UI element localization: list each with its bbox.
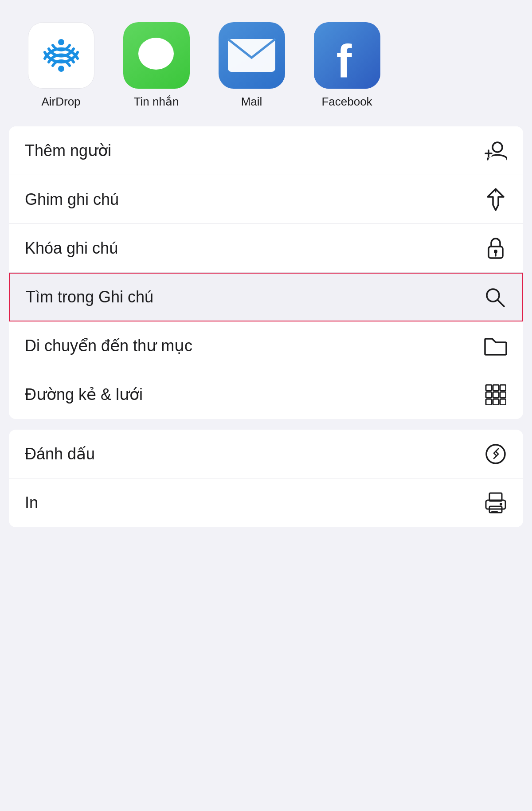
svg-point-2	[138, 38, 174, 70]
svg-line-16	[497, 300, 504, 306]
menu-item-khoa-ghi-chu[interactable]: Khóa ghi chú	[9, 224, 523, 273]
mail-icon-wrapper	[219, 22, 285, 89]
search-icon	[483, 286, 506, 309]
app-item-facebook[interactable]: f Facebook	[299, 22, 395, 109]
di-chuyen-label: Di chuyển đến thư mục	[25, 337, 192, 355]
menu-item-ghim-ghi-chu[interactable]: Ghim ghi chú	[9, 175, 523, 224]
app-icons-row: AirDrop Tin nhắn Mail	[0, 13, 532, 126]
messages-label: Tin nhắn	[134, 95, 179, 109]
grid-icon	[484, 383, 507, 406]
app-item-mail[interactable]: Mail	[204, 22, 299, 109]
svg-text:f: f	[336, 35, 352, 87]
svg-point-1	[58, 39, 64, 45]
messages-icon-wrapper	[123, 22, 190, 89]
svg-rect-21	[493, 392, 499, 398]
in-label: In	[25, 494, 38, 512]
facebook-icon-wrapper: f	[314, 22, 380, 89]
menu-item-danh-dau[interactable]: Đánh dấu	[9, 430, 523, 478]
svg-point-34	[500, 503, 502, 505]
airdrop-icon-wrapper	[28, 22, 94, 89]
svg-line-27	[494, 456, 497, 458]
svg-rect-23	[486, 399, 492, 405]
menu-item-them-nguoi[interactable]: Thêm người	[9, 126, 523, 175]
svg-point-26	[486, 445, 505, 463]
tim-trong-ghi-chu-label: Tìm trong Ghi chú	[26, 288, 153, 306]
danh-dau-label: Đánh dấu	[25, 445, 95, 463]
svg-rect-24	[493, 399, 499, 405]
add-person-icon	[484, 139, 507, 162]
airdrop-label: AirDrop	[41, 95, 80, 109]
menu-item-tim-trong-ghi-chu[interactable]: Tìm trong Ghi chú	[9, 273, 523, 321]
airdrop-icon	[37, 31, 86, 80]
facebook-label: Facebook	[321, 95, 372, 109]
print-icon	[484, 491, 507, 514]
app-item-airdrop[interactable]: AirDrop	[13, 22, 109, 109]
menu-item-duong-ke-luoi[interactable]: Đường kẻ & lưới	[9, 370, 523, 419]
ghim-ghi-chu-label: Ghim ghi chú	[25, 190, 119, 209]
share-sheet: AirDrop Tin nhắn Mail	[0, 0, 532, 811]
markup-icon	[484, 443, 507, 466]
svg-point-0	[58, 66, 64, 72]
svg-rect-18	[493, 385, 499, 391]
svg-rect-22	[500, 392, 506, 398]
mail-icon	[226, 37, 277, 74]
folder-icon	[484, 334, 507, 357]
svg-line-28	[496, 449, 498, 451]
menu-item-di-chuyen-den-thu-muc[interactable]: Di chuyển đến thư mục	[9, 321, 523, 370]
svg-point-7	[493, 142, 502, 152]
messages-icon	[133, 32, 180, 79]
pin-icon	[484, 188, 507, 211]
app-item-messages[interactable]: Tin nhắn	[109, 22, 204, 109]
mail-label: Mail	[241, 95, 262, 109]
menu-section-1: Thêm người Ghim ghi chú	[9, 126, 523, 419]
facebook-icon: f	[314, 22, 380, 89]
svg-rect-20	[486, 392, 492, 398]
them-nguoi-label: Thêm người	[25, 141, 111, 160]
khoa-ghi-chu-label: Khóa ghi chú	[25, 239, 118, 258]
lock-icon	[484, 237, 507, 260]
menu-item-in[interactable]: In	[9, 478, 523, 527]
svg-rect-25	[500, 399, 506, 405]
svg-rect-19	[500, 385, 506, 391]
menu-section-2: Đánh dấu In	[9, 430, 523, 527]
duong-ke-label: Đường kẻ & lưới	[25, 385, 143, 404]
svg-rect-17	[486, 385, 492, 391]
